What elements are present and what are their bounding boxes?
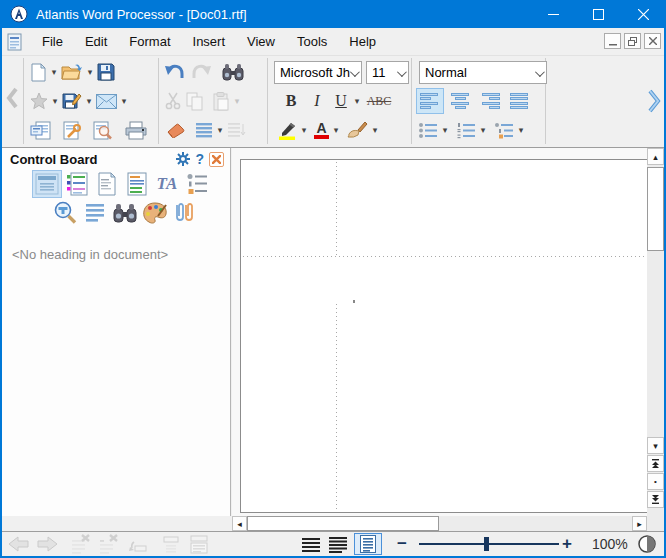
online-view-button[interactable] — [326, 535, 350, 555]
select-browse-object-button[interactable]: • — [647, 473, 664, 490]
document-properties-button[interactable] — [28, 117, 54, 143]
layout-view-button[interactable] — [354, 533, 382, 555]
italic-button[interactable]: I — [304, 88, 330, 114]
cb-fields-button[interactable] — [92, 170, 122, 198]
help-icon[interactable]: ? — [195, 151, 204, 167]
next-page-button[interactable] — [647, 491, 664, 508]
open-button[interactable] — [59, 59, 85, 85]
scroll-right-button[interactable]: ▸ — [632, 516, 647, 531]
horizontal-scroll-thumb[interactable] — [247, 516, 439, 531]
align-right-button[interactable] — [476, 88, 504, 114]
mdi-restore-button[interactable] — [624, 33, 641, 49]
draft-view-button[interactable] — [299, 535, 323, 555]
format-painter-button[interactable] — [344, 117, 370, 143]
highlight-button[interactable] — [276, 117, 299, 143]
eraser-button[interactable] — [162, 117, 188, 143]
delete-heading-icon — [70, 534, 92, 554]
bullet-list-button[interactable] — [416, 117, 440, 143]
menu-edit[interactable]: Edit — [74, 29, 118, 54]
cb-headings-button[interactable] — [32, 170, 62, 198]
email-dropdown-icon[interactable]: ▾ — [119, 96, 129, 106]
bullet-list-dropdown-icon[interactable]: ▾ — [440, 125, 450, 135]
mdi-close-button[interactable] — [644, 33, 661, 49]
highlight-dropdown-icon[interactable]: ▾ — [299, 125, 309, 135]
menu-help[interactable]: Help — [338, 29, 387, 54]
line-spacing-dropdown-icon[interactable]: ▾ — [215, 125, 225, 135]
document-viewport[interactable] — [232, 148, 647, 516]
previous-page-button[interactable] — [647, 455, 664, 472]
align-left-button[interactable] — [416, 88, 444, 114]
close-button[interactable] — [621, 0, 666, 28]
print-preview-button[interactable] — [90, 117, 115, 143]
cb-outline-button[interactable] — [182, 170, 212, 198]
style-combo[interactable]: Normal — [419, 61, 547, 84]
save-special-button[interactable] — [60, 88, 84, 114]
favorites-button[interactable] — [28, 88, 50, 114]
new-dropdown-icon[interactable]: ▾ — [49, 67, 59, 77]
font-size-combo[interactable]: 11 — [366, 61, 409, 84]
cb-find-button[interactable] — [110, 199, 140, 227]
document-page[interactable] — [240, 159, 647, 513]
menu-insert[interactable]: Insert — [182, 29, 237, 54]
favorites-dropdown-icon[interactable]: ▾ — [50, 96, 60, 106]
zoom-in-button[interactable]: + — [562, 534, 572, 554]
document-system-icon[interactable] — [7, 33, 23, 51]
underline-button[interactable]: U — [330, 88, 352, 114]
align-justify-button[interactable] — [506, 88, 534, 114]
menu-view[interactable]: View — [236, 29, 286, 54]
window-title: Atlantis Word Processor - [Doc01.rtf] — [36, 7, 247, 22]
undo-button[interactable] — [162, 59, 188, 85]
cb-clips-button[interactable] — [170, 199, 200, 227]
control-board-close-button[interactable] — [209, 152, 224, 167]
menu-tools[interactable]: Tools — [286, 29, 338, 54]
numbered-list-dropdown-icon[interactable]: ▾ — [478, 125, 488, 135]
strikethrough-button[interactable]: ABC — [362, 88, 396, 114]
font-color-button[interactable]: A — [312, 117, 331, 143]
settings-gear-icon[interactable] — [176, 152, 190, 166]
contrast-toggle-icon[interactable] — [638, 535, 656, 553]
cb-paragraph-button[interactable] — [80, 199, 110, 227]
new-document-button[interactable] — [28, 59, 49, 85]
numbered-list-button[interactable] — [454, 117, 478, 143]
zoom-slider-thumb[interactable] — [484, 537, 489, 551]
cb-styles-button[interactable] — [122, 170, 152, 198]
vertical-scrollbar[interactable]: ▴ ▾ • — [647, 148, 664, 516]
scroll-down-button[interactable]: ▾ — [647, 437, 664, 454]
email-button[interactable] — [94, 88, 119, 114]
font-name-combo[interactable]: Microsoft Jh — [274, 61, 362, 84]
scroll-left-button[interactable]: ◂ — [232, 516, 247, 531]
page-setup-button[interactable] — [60, 117, 84, 143]
mdi-minimize-button[interactable] — [604, 33, 621, 49]
format-painter-dropdown-icon[interactable]: ▾ — [370, 125, 380, 135]
menu-file[interactable]: File — [31, 29, 74, 54]
zoom-slider-track[interactable] — [419, 543, 559, 545]
underline-dropdown-icon[interactable]: ▾ — [352, 96, 362, 106]
zoom-out-button[interactable]: − — [397, 534, 407, 554]
line-spacing-button[interactable] — [193, 117, 215, 143]
minimize-button[interactable] — [531, 0, 576, 28]
bold-button[interactable]: B — [278, 88, 304, 114]
align-center-button[interactable] — [446, 88, 474, 114]
mdi-minimize-icon — [609, 37, 617, 46]
find-button[interactable] — [220, 59, 246, 85]
print-button[interactable] — [123, 117, 149, 143]
vertical-scroll-thumb[interactable] — [647, 167, 664, 251]
cb-fonts-button[interactable]: TA — [152, 170, 182, 198]
cb-zoom-button[interactable] — [50, 199, 80, 227]
multilevel-list-dropdown-icon[interactable]: ▾ — [516, 125, 526, 135]
save-special-dropdown-icon[interactable]: ▾ — [84, 96, 94, 106]
toolbar-scroll-right-icon[interactable] — [647, 88, 662, 114]
save-button[interactable] — [95, 59, 117, 85]
magnifier-icon — [53, 201, 77, 225]
cb-colors-button[interactable] — [140, 199, 170, 227]
scroll-up-button[interactable]: ▴ — [647, 148, 664, 165]
open-dropdown-icon[interactable]: ▾ — [85, 67, 95, 77]
toolbar-scroll-left-icon[interactable] — [5, 86, 19, 110]
horizontal-scrollbar[interactable]: ◂ ▸ — [232, 516, 647, 531]
maximize-button[interactable] — [576, 0, 621, 28]
font-color-dropdown-icon[interactable]: ▾ — [331, 125, 341, 135]
cb-sections-button[interactable] — [62, 170, 92, 198]
multilevel-list-button[interactable] — [492, 117, 516, 143]
paintbrush-icon — [346, 121, 368, 140]
menu-format[interactable]: Format — [118, 29, 181, 54]
